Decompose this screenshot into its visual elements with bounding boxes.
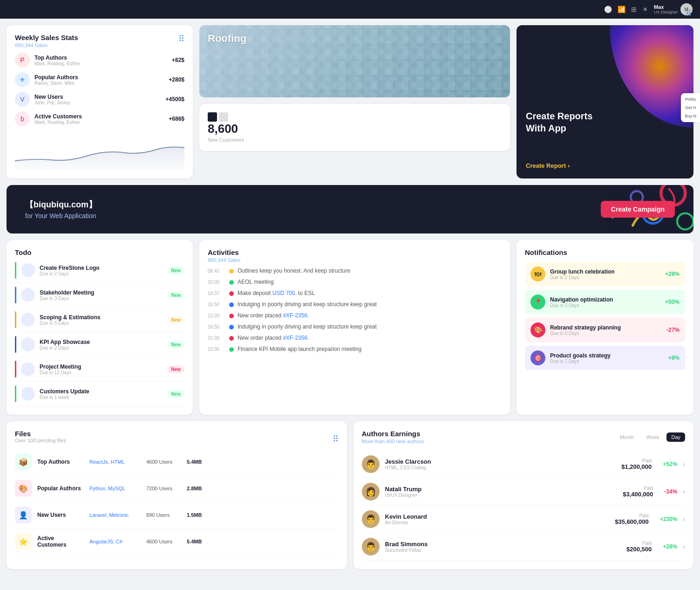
- notifications-title: Notifications: [525, 248, 685, 256]
- stat-name: Top Authors: [34, 55, 167, 61]
- grid-icon[interactable]: ⊞: [631, 6, 637, 13]
- earnings-tabs: Month Week Day: [615, 432, 685, 442]
- notification-icon: 🎨: [530, 322, 545, 337]
- notification-item: 🎨 Rebrand strategy planning Due in 5 Day…: [525, 318, 685, 342]
- todo-bar: [15, 361, 16, 377]
- activity-dot: [229, 314, 234, 318]
- activity-text: Finance KPI Mobile app launch preparion …: [238, 346, 361, 352]
- notification-icon: 🎯: [530, 350, 545, 365]
- signal-icon[interactable]: 📶: [618, 6, 625, 13]
- stat-info: New Users John, Pat, Jimmy: [34, 94, 161, 105]
- todo-card: Todo ⠿ Create FireStone Logo Due in 2 Da…: [7, 240, 193, 415]
- author-name: Jessie Clarcson: [385, 458, 616, 465]
- file-users: 4600 Users: [146, 539, 181, 544]
- stat-value: +82$: [172, 57, 184, 63]
- notification-name: Navigation optimization: [550, 296, 660, 303]
- file-tags: ReactJs, HTML: [89, 459, 141, 465]
- todo-due: Due in 5 Days: [40, 321, 163, 326]
- notif-options-icon[interactable]: ⠿: [686, 8, 692, 19]
- todo-due: Due in 3 Days: [40, 296, 163, 301]
- tab-month[interactable]: Month: [615, 432, 639, 442]
- author-paid-label: Paid: [615, 513, 648, 518]
- todo-item: Create FireStone Logo Due in 2 Days New: [15, 258, 184, 283]
- stats-options-icon[interactable]: ⠿: [178, 34, 184, 44]
- tab-week[interactable]: Week: [642, 432, 664, 442]
- new-customers-card: 8,600 New Customers: [199, 104, 510, 151]
- author-arrow-icon[interactable]: ›: [683, 543, 685, 550]
- activity-time: 14:37: [208, 290, 225, 296]
- stat-icon: P: [15, 53, 30, 68]
- todo-avatar: [21, 288, 35, 302]
- create-report-link[interactable]: Create Report ›: [526, 162, 684, 169]
- activity-item: 16:50 Indulging in poorly driving and ke…: [208, 323, 502, 330]
- file-tags: Laravel, Metronic: [89, 512, 141, 518]
- nc-icons: [208, 112, 244, 122]
- side-item-buyn[interactable]: Buy N: [685, 114, 696, 118]
- file-tags: AngularJS, C#: [89, 539, 141, 544]
- author-item: 👨 Kevin Leonard Art Director Paid $35,60…: [362, 506, 686, 533]
- author-arrow-icon[interactable]: ›: [683, 460, 685, 468]
- file-size: 1.5MB: [187, 512, 202, 518]
- file-icon: 👤: [15, 507, 32, 523]
- activity-text: Outlines keep you honest. And keep struc…: [238, 268, 350, 274]
- weekly-sales-subtitle: 890,344 Sales: [15, 42, 184, 48]
- activity-item: 10:30 Finance KPI Mobile app launch prep…: [208, 346, 502, 352]
- activity-link[interactable]: #XF-2356.: [283, 312, 309, 319]
- file-users: 7200 Users: [146, 486, 181, 491]
- notification-icon: 📍: [530, 295, 545, 309]
- create-campaign-button[interactable]: Create Campaign: [601, 201, 675, 218]
- campaign-title: 【biqubiqu.com】: [25, 199, 97, 210]
- file-tags: Python, MySQL: [89, 486, 141, 491]
- author-change: -34%: [664, 488, 677, 495]
- stat-item: b Active Customers Mark, Rowling, Esther…: [15, 111, 184, 126]
- notification-item: 📍 Navigation optimization Due in 2 Days …: [525, 290, 685, 314]
- search-icon[interactable]: ⚪: [604, 6, 612, 13]
- stat-item: V New Users John, Pat, Jimmy +4500$: [15, 92, 184, 107]
- brightness-icon[interactable]: ☀: [642, 6, 648, 13]
- author-arrow-icon[interactable]: ›: [683, 488, 685, 495]
- notification-due: Due in 5 Days: [550, 331, 662, 336]
- activity-link[interactable]: USD 700.: [272, 290, 297, 296]
- author-change: +230%: [660, 516, 678, 522]
- author-avatar: 👨: [362, 538, 380, 556]
- todo-badge: New: [167, 267, 184, 274]
- author-avatar: 👨: [362, 455, 380, 473]
- weekly-sales-card: Weekly Sales Stats 890,344 Sales ⠿ P Top…: [7, 25, 193, 178]
- earnings-title: Authors Earnings: [362, 430, 424, 438]
- author-paid-label: Paid: [626, 541, 652, 546]
- stat-item: P Top Authors Mark, Rowling, Esther +82$: [15, 53, 184, 68]
- activity-dot: [229, 280, 234, 285]
- author-amount: $1,200,000: [621, 463, 652, 470]
- todo-badge: New: [167, 365, 184, 373]
- activity-item: 16:50 Indulging in poorly driving and ke…: [208, 301, 502, 308]
- author-avatar: 👩: [362, 483, 380, 501]
- activity-link[interactable]: #XF-2356.: [283, 335, 309, 341]
- activities-subtitle: 890,344 Sales: [208, 257, 502, 263]
- activity-item: 14:37 Make deposit USD 700. to ESL: [208, 290, 502, 296]
- todo-item: KPI App Showcase Due in 2 Days New: [15, 332, 184, 357]
- nc-sq-dark: [208, 112, 217, 122]
- todo-name: Create FireStone Logo: [40, 265, 163, 271]
- author-payment: Paid $200,500: [626, 541, 652, 553]
- side-item-geth[interactable]: Get H: [685, 105, 696, 110]
- notification-due: Due in 2 Days: [550, 303, 660, 308]
- file-item: 👤 New Users Laravel, Metronic 890 Users …: [15, 502, 339, 528]
- file-name: Top Authors: [37, 459, 84, 465]
- tab-day[interactable]: Day: [666, 432, 685, 442]
- files-items: 📦 Top Authors ReactJs, HTML 4600 Users 5…: [15, 449, 339, 555]
- author-arrow-icon[interactable]: ›: [683, 515, 685, 523]
- file-name: New Users: [37, 512, 84, 518]
- notification-info: Group lunch celebration Due in 2 Days: [550, 268, 660, 280]
- notification-info: Rebrand strategy planning Due in 5 Days: [550, 324, 662, 336]
- author-name: Natali Trump: [385, 486, 618, 493]
- stat-name: New Users: [34, 94, 161, 100]
- author-item: 👨 Brad Simmons Successful Fellas Paid $2…: [362, 533, 686, 561]
- files-card: Files Over 100 pending files ⠿ 📦 Top Aut…: [7, 421, 347, 569]
- notification-value: +50%: [665, 299, 680, 305]
- files-options-icon[interactable]: ⠿: [333, 434, 339, 444]
- stat-items: P Top Authors Mark, Rowling, Esther +82$…: [15, 53, 184, 126]
- files-subtitle: Over 100 pending files: [15, 438, 66, 443]
- side-item-prebu[interactable]: Prebu: [685, 97, 696, 102]
- svg-point-7: [677, 213, 693, 230]
- todo-bar: [15, 287, 16, 303]
